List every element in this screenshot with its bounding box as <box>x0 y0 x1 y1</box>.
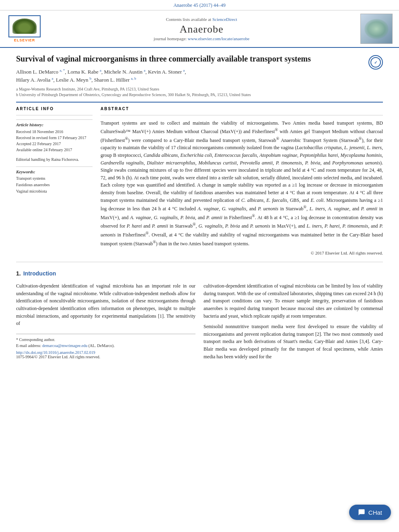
abstract-col: ABSTRACT Transport systems are used to c… <box>101 107 383 256</box>
intro-heading: Introduction <box>23 270 56 277</box>
keyword-1: Transport systems <box>16 175 93 182</box>
intro-right-col: cultivation-dependent identification of … <box>204 282 383 364</box>
article-history: Article history: Received 18 November 20… <box>16 119 93 153</box>
authors-text: Allison L. DeMarco a, *, Lorna K. Rabe a… <box>16 69 186 75</box>
citation-text: Anaerobe 45 (2017) 44–49 <box>173 2 226 8</box>
journal-citation: Anaerobe 45 (2017) 44–49 <box>0 0 399 10</box>
intro-right-para-1: cultivation-dependent identification of … <box>204 282 383 320</box>
elsevier-label: ELSEVIER <box>14 38 35 42</box>
intro-body: Cultivation-dependent identification of … <box>16 282 383 364</box>
intro-section: 1. Introduction Cultivation-dependent id… <box>16 270 383 364</box>
journal-thumbnail <box>360 14 393 44</box>
homepage-link[interactable]: www.elsevier.com/locate/anaerobe <box>188 36 249 41</box>
journal-title: Anaerobe <box>47 23 356 35</box>
journal-homepage: journal homepage: www.elsevier.com/locat… <box>47 36 356 41</box>
paper-title: Survival of vaginal microorganisms in th… <box>16 53 383 64</box>
available-date: Available online 24 February 2017 <box>16 147 93 153</box>
abstract-copyright: © 2017 Elsevier Ltd. All rights reserved… <box>101 251 383 255</box>
paper-content: ✓ Survival of vaginal microorganisms in … <box>0 48 399 369</box>
chat-button-label: CHat <box>368 509 382 516</box>
authors-text-2: Hilary A. Avolia a, Leslie A. Meyn b, Sh… <box>16 77 136 83</box>
keywords-block: Keywords: Transport systems Fastidious a… <box>16 166 93 195</box>
contents-line: Contents lists available at ScienceDirec… <box>47 17 356 22</box>
keywords-label: Keywords: <box>16 169 93 174</box>
email-link[interactable]: demarcoa@mwrimagee.edu <box>42 343 87 348</box>
affiliation-a: a Magee-Womens Research Institute, 204 C… <box>16 86 383 92</box>
intro-para-1: Cultivation-dependent identification of … <box>16 282 195 327</box>
received-date: Received 18 November 2016 <box>16 129 93 135</box>
chat-button[interactable]: CHat <box>349 505 391 520</box>
editorial-note: Editorial handling by Raina Fichorova. <box>16 157 93 162</box>
svg-text:✓: ✓ <box>374 60 377 65</box>
article-info-col: ARTICLE INFO Article history: Received 1… <box>16 107 93 256</box>
doi-link[interactable]: http://dx.doi.org/10.1016/j.anaerobe.201… <box>16 350 195 355</box>
history-label: Article history: <box>16 122 93 127</box>
intro-number: 1. <box>16 270 21 277</box>
footnote-email: E-mail address: demarcoa@mwrimagee.edu (… <box>16 343 195 349</box>
keyword-3: Vaginal microbiota <box>16 188 93 195</box>
authors: Allison L. DeMarco a, *, Lorna K. Rabe a… <box>16 68 383 84</box>
affiliation-b: b University of Pittsburgh Department of… <box>16 92 383 98</box>
science-direct-link[interactable]: ScienceDirect <box>212 17 237 22</box>
chat-icon <box>358 509 365 516</box>
article-info-heading: ARTICLE INFO <box>16 107 93 111</box>
article-info-abstract: ARTICLE INFO Article history: Received 1… <box>16 107 383 256</box>
issn-text: 1075-9964/© 2017 Elsevier Ltd. All right… <box>16 355 195 359</box>
intro-right-para-2: Semisolid nonnutritive transport media w… <box>204 323 383 360</box>
affiliations: a Magee-Womens Research Institute, 204 C… <box>16 86 383 98</box>
elsevier-logo-box <box>8 15 41 37</box>
crossmark-badge: ✓ <box>368 55 383 70</box>
intro-left-col: Cultivation-dependent identification of … <box>16 282 195 364</box>
revised-date: Received in revised form 17 February 201… <box>16 135 93 141</box>
journal-header: ELSEVIER Contents lists available at Sci… <box>0 10 399 48</box>
footnotes: * Corresponding author. E-mail address: … <box>16 334 195 359</box>
abstract-heading: ABSTRACT <box>101 107 383 111</box>
journal-center: Contents lists available at ScienceDirec… <box>47 17 356 41</box>
elsevier-logo: ELSEVIER <box>6 15 43 42</box>
keyword-2: Fastidious anaerobes <box>16 182 93 188</box>
footnote-corresponding: * Corresponding author. <box>16 337 195 343</box>
accepted-date: Accepted 22 February 2017 <box>16 141 93 147</box>
abstract-text: Transport systems are used to collect an… <box>101 119 383 248</box>
